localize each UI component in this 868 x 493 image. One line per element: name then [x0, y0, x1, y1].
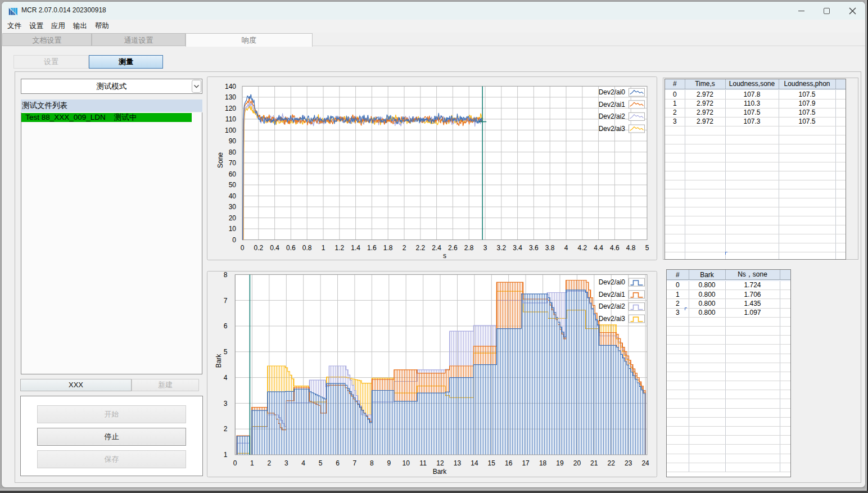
svg-text:4: 4 [224, 374, 228, 382]
svg-text:8: 8 [370, 459, 374, 467]
svg-text:7: 7 [224, 297, 228, 305]
svg-text:23: 23 [625, 459, 632, 467]
svg-text:21: 21 [590, 459, 598, 467]
svg-text:80: 80 [229, 148, 237, 156]
svg-text:3.8: 3.8 [545, 244, 555, 252]
svg-text:3: 3 [284, 459, 288, 467]
svg-text:5: 5 [645, 244, 649, 252]
svg-text:1.4: 1.4 [351, 244, 360, 252]
svg-text:5: 5 [224, 348, 228, 356]
svg-text:10: 10 [403, 459, 410, 467]
svg-text:20: 20 [229, 214, 237, 222]
svg-text:8: 8 [224, 271, 228, 279]
svg-text:6: 6 [224, 322, 228, 330]
svg-text:14: 14 [471, 459, 478, 467]
svg-text:1: 1 [224, 451, 228, 459]
svg-text:Dev2/ai2: Dev2/ai2 [599, 112, 626, 120]
svg-text:10: 10 [229, 225, 237, 233]
svg-text:4.2: 4.2 [577, 244, 587, 252]
svg-text:1: 1 [322, 244, 326, 252]
svg-text:Dev2/ai0: Dev2/ai0 [599, 88, 626, 96]
svg-text:70: 70 [229, 159, 237, 167]
svg-text:1: 1 [250, 459, 254, 467]
svg-text:60: 60 [229, 170, 237, 178]
svg-text:s: s [443, 252, 446, 260]
svg-text:4: 4 [301, 459, 305, 467]
svg-text:4.6: 4.6 [610, 244, 620, 252]
svg-text:1.2: 1.2 [334, 244, 344, 252]
svg-text:0.8: 0.8 [302, 244, 312, 252]
svg-text:Dev2/ai3: Dev2/ai3 [599, 315, 626, 323]
svg-text:22: 22 [608, 459, 616, 467]
svg-text:110: 110 [225, 115, 236, 123]
svg-text:16: 16 [505, 459, 513, 467]
svg-text:2.4: 2.4 [432, 244, 441, 252]
svg-text:19: 19 [556, 459, 564, 467]
svg-text:3: 3 [483, 244, 487, 252]
svg-text:0: 0 [232, 236, 236, 244]
svg-text:2.8: 2.8 [464, 244, 474, 252]
svg-text:2: 2 [403, 244, 406, 252]
svg-text:Dev2/ai0: Dev2/ai0 [599, 278, 626, 286]
svg-text:9: 9 [387, 459, 391, 467]
svg-text:Dev2/ai3: Dev2/ai3 [599, 125, 626, 133]
svg-text:130: 130 [225, 93, 236, 101]
svg-text:17: 17 [522, 459, 530, 467]
svg-text:40: 40 [229, 192, 237, 200]
svg-text:Dev2/ai1: Dev2/ai1 [599, 101, 626, 108]
svg-text:30: 30 [229, 203, 237, 211]
svg-text:4.4: 4.4 [594, 244, 603, 252]
svg-text:20: 20 [573, 459, 581, 467]
svg-text:Bark: Bark [215, 354, 223, 368]
svg-text:11: 11 [419, 459, 427, 467]
svg-text:2.6: 2.6 [448, 244, 458, 252]
svg-text:0.6: 0.6 [286, 244, 296, 252]
svg-text:15: 15 [488, 459, 496, 467]
svg-text:140: 140 [225, 83, 236, 91]
svg-text:4: 4 [564, 244, 568, 252]
svg-text:24: 24 [641, 459, 649, 467]
svg-text:18: 18 [539, 459, 547, 467]
svg-text:0.4: 0.4 [270, 244, 279, 252]
svg-text:50: 50 [229, 181, 237, 189]
svg-text:0.2: 0.2 [254, 244, 263, 252]
svg-text:Sone: Sone [216, 152, 224, 168]
svg-text:3: 3 [224, 400, 228, 408]
svg-text:90: 90 [229, 137, 237, 145]
svg-text:12: 12 [436, 459, 444, 467]
svg-text:2: 2 [267, 459, 271, 467]
svg-text:0: 0 [241, 244, 245, 252]
svg-text:4.8: 4.8 [626, 244, 636, 252]
svg-text:100: 100 [225, 126, 236, 134]
svg-text:5: 5 [319, 459, 323, 467]
svg-text:3.2: 3.2 [496, 244, 506, 252]
svg-text:6: 6 [336, 459, 340, 467]
svg-text:120: 120 [225, 105, 236, 112]
svg-text:3.4: 3.4 [513, 244, 522, 252]
svg-text:Dev2/ai2: Dev2/ai2 [599, 302, 626, 310]
svg-text:7: 7 [353, 459, 357, 467]
svg-text:3.6: 3.6 [529, 244, 539, 252]
svg-text:2.2: 2.2 [415, 244, 425, 252]
svg-text:2: 2 [224, 425, 228, 433]
svg-text:Dev2/ai1: Dev2/ai1 [599, 291, 626, 298]
svg-text:13: 13 [454, 459, 462, 467]
svg-text:1.8: 1.8 [383, 244, 393, 252]
svg-text:1.6: 1.6 [367, 244, 377, 252]
svg-text:0: 0 [233, 459, 237, 467]
svg-text:Bark: Bark [433, 468, 447, 476]
